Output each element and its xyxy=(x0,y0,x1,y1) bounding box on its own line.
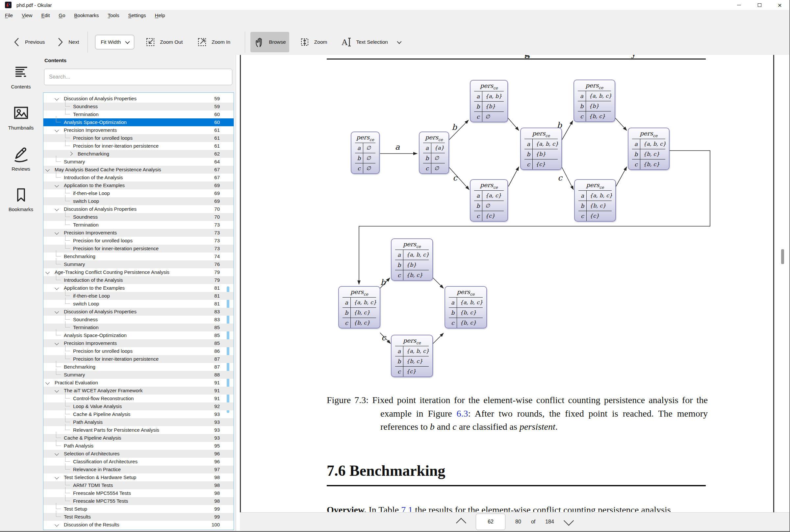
toc-item[interactable]: Soundness59 xyxy=(43,102,234,111)
menu-tools[interactable]: Tools xyxy=(108,13,119,18)
chevron-down-icon[interactable] xyxy=(45,167,50,172)
toc-item[interactable]: Loop & Value Analysis92 xyxy=(43,402,234,410)
chevron-down-icon[interactable] xyxy=(55,452,59,456)
chevron-down-icon[interactable] xyxy=(55,230,59,235)
toc-item[interactable]: Cache & Pipeline Analysis93 xyxy=(43,410,234,418)
previous-button[interactable]: Previous xyxy=(9,32,48,52)
toc-item[interactable]: Practical Evaluation91 xyxy=(43,379,234,387)
toc-item[interactable]: Analysis Space-Optimization60 xyxy=(43,118,234,126)
previous-page-chevron-icon[interactable] xyxy=(456,517,466,528)
toc-item[interactable]: Summary88 xyxy=(43,371,234,379)
toc-item[interactable]: Application to the Examples69 xyxy=(43,182,234,189)
toc-item[interactable]: Soundness83 xyxy=(43,316,234,324)
toc-item[interactable]: Termination73 xyxy=(43,221,234,229)
toc-item[interactable]: Classification of Architectures96 xyxy=(43,458,234,466)
toc-item[interactable]: May Analysis Based Cache Persistence Ana… xyxy=(43,166,234,174)
toc-item[interactable]: switch Loop69 xyxy=(43,197,234,205)
toc-item[interactable]: The aiT WCET Analyzer Framework91 xyxy=(43,387,234,395)
contents-search-input[interactable] xyxy=(44,69,232,85)
toc-item[interactable]: Precision for inner-iteration persistenc… xyxy=(43,142,234,150)
menu-settings[interactable]: Settings xyxy=(128,13,146,18)
toc-item[interactable]: Benchmarking87 xyxy=(43,363,234,371)
toc-item[interactable]: Path Analysis93 xyxy=(43,418,234,426)
toc-item[interactable]: Relevance in Practice97 xyxy=(43,466,234,474)
toc-item[interactable]: Control-flow Reconstruction91 xyxy=(43,395,234,402)
chevron-down-icon[interactable] xyxy=(55,128,59,132)
toc-item[interactable]: Precision for inner-iteration persistenc… xyxy=(43,355,234,363)
toc-item[interactable]: Test Selection & Hardware Setup98 xyxy=(43,474,234,481)
toc-item[interactable]: Age-Tracking Conflict Counting Persisten… xyxy=(43,268,234,276)
toc-item[interactable]: if-then-else Loop69 xyxy=(43,189,234,197)
toc-item[interactable]: Discussion of the Results100 xyxy=(43,521,234,529)
toc-item[interactable]: Soundness70 xyxy=(43,213,234,221)
chevron-down-icon[interactable] xyxy=(55,475,59,479)
next-button[interactable]: Next xyxy=(53,32,82,52)
toc-item[interactable]: Freescale MPC755 Tests98 xyxy=(43,497,234,505)
document-page[interactable]: gy abcbcbcperscea∅b∅c∅perscea{a}b∅c∅pers… xyxy=(240,55,774,512)
chevron-down-icon[interactable] xyxy=(45,380,50,385)
toc-item[interactable]: ARM7 TDMI Tests98 xyxy=(43,481,234,489)
sidebar-tab-contents[interactable]: Contents xyxy=(0,63,42,90)
chevron-down-icon[interactable] xyxy=(55,183,59,187)
toc-item[interactable]: Summary76 xyxy=(43,261,234,268)
menu-file[interactable]: File xyxy=(5,13,13,18)
toc-item[interactable]: Test Results99 xyxy=(43,513,234,521)
browse-tool-button[interactable]: Browse xyxy=(251,32,289,52)
figure-reference-link[interactable]: 6.3 xyxy=(457,408,468,419)
toc-item[interactable]: Precision for unrolled loops73 xyxy=(43,237,234,245)
chevron-right-icon[interactable] xyxy=(69,152,73,156)
toc-item[interactable]: Cache & Pipeline Analysis93 xyxy=(43,434,234,442)
menu-help[interactable]: Help xyxy=(155,13,165,18)
zoom-in-button[interactable]: Zoom In xyxy=(193,32,234,52)
chevron-down-icon[interactable] xyxy=(55,96,59,101)
toc-item[interactable]: Termination85 xyxy=(43,324,234,331)
text-selection-dropdown-chevron-icon[interactable] xyxy=(397,39,401,44)
chevron-down-icon[interactable] xyxy=(55,207,59,211)
toc-item[interactable]: Selection of Architectures96 xyxy=(43,450,234,458)
chevron-down-icon[interactable] xyxy=(55,341,59,345)
toc-item[interactable]: Benchmarking74 xyxy=(43,252,234,261)
toc-item[interactable]: Relevant Parts for Persistence Analysis9… xyxy=(43,426,234,434)
chevron-down-icon[interactable] xyxy=(45,270,50,274)
toc-item[interactable]: Precision Improvements73 xyxy=(43,229,234,237)
minimize-button[interactable] xyxy=(729,0,749,10)
toc-item[interactable]: Path Analysis95 xyxy=(43,442,234,450)
toc-item[interactable]: Summary64 xyxy=(43,158,234,166)
panel-splitter[interactable] xyxy=(236,55,236,532)
toc-item[interactable]: Introduction of the Analysis79 xyxy=(43,276,234,284)
toc-item[interactable]: Application to the Examples81 xyxy=(43,284,234,292)
current-page-input[interactable]: 62 xyxy=(476,514,506,530)
menu-view[interactable]: View xyxy=(22,13,32,18)
zoom-tool-button[interactable]: Zoom xyxy=(296,32,331,52)
menu-go[interactable]: Go xyxy=(59,13,65,18)
toc-item[interactable]: Precision for inner-iteration persistenc… xyxy=(43,245,234,252)
toc-item[interactable]: Termination60 xyxy=(43,111,234,118)
sidebar-tab-bookmarks[interactable]: Bookmarks xyxy=(0,186,42,212)
toc-item[interactable]: Precision for unrolled loops86 xyxy=(43,347,234,355)
figure-reference-link[interactable]: 7.1 xyxy=(401,505,412,512)
toc-item[interactable]: Precision for unrolled loops61 xyxy=(43,134,234,142)
chevron-down-icon[interactable] xyxy=(55,309,59,314)
document-scrollbar-thumb[interactable] xyxy=(781,249,784,264)
sidebar-tab-thumbnails[interactable]: Thumbnails xyxy=(0,104,42,131)
toc-item[interactable]: Analysis Space-Optimization85 xyxy=(43,331,234,339)
next-page-chevron-icon[interactable] xyxy=(564,515,574,526)
zoom-out-button[interactable]: Zoom Out xyxy=(142,32,186,52)
toc-item[interactable]: Discussion of Analysis Properties83 xyxy=(43,308,234,316)
document-scrollbar-track[interactable] xyxy=(775,55,790,514)
menu-edit[interactable]: Edit xyxy=(41,13,50,18)
chevron-down-icon[interactable] xyxy=(55,522,59,527)
toc-item[interactable]: Discussion of Analysis Properties59 xyxy=(43,95,234,102)
sidebar-tab-reviews[interactable]: Reviews xyxy=(0,145,42,172)
chevron-down-icon[interactable] xyxy=(55,286,59,290)
toc-item[interactable]: Precision Improvements85 xyxy=(43,339,234,347)
toc-item[interactable]: Freescale MPC5554 Tests98 xyxy=(43,489,234,497)
text-selection-button[interactable]: A Text Selection xyxy=(337,32,391,52)
zoom-level-select[interactable]: Fit Width xyxy=(95,35,134,49)
toc-item[interactable]: Discussion of Analysis Properties70 xyxy=(43,205,234,213)
toc-item[interactable]: if-then-else Loop81 xyxy=(43,292,234,300)
maximize-button[interactable] xyxy=(749,0,770,10)
close-button[interactable]: × xyxy=(770,0,790,10)
toc-item[interactable]: Introduction of the Analysis67 xyxy=(43,174,234,182)
menu-bookmarks[interactable]: Bookmarks xyxy=(74,13,99,18)
